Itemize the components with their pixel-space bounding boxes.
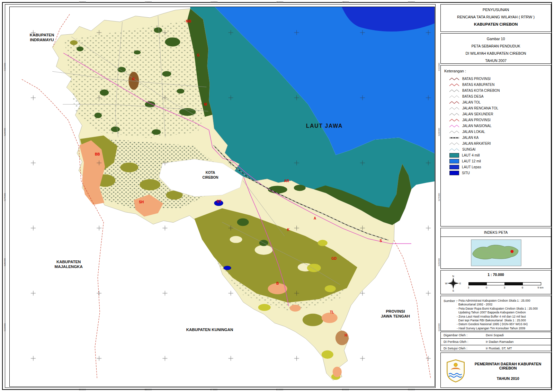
legend-color-swatch [449, 159, 459, 163]
sea-name-label: LAUT JAWA [306, 123, 343, 129]
map-frame: KABUPATENINDRAMAYUKABUPATENMAJALENGKAKAB… [5, 4, 436, 388]
index-title: INDEKS PETA [441, 228, 551, 237]
frame-tick-label: 9230000 [4, 323, 6, 331]
sumber-line: - Datum Geodesi Nasional 1995 ( DGN-95Y … [457, 322, 538, 326]
legend-line-symbol [449, 124, 459, 128]
figure-title: PETA SEBARAN PENDUDUK [441, 44, 551, 48]
index-map-canvas [465, 239, 527, 266]
legend-item: JALAN RENCANA TOL [441, 105, 551, 111]
frame-tick-label: 9290000 [438, 128, 440, 136]
frame-tick-label: 220000 [145, 389, 152, 391]
legend-color-swatch [449, 171, 459, 175]
frame-tick-label: 280000 [342, 389, 349, 391]
scalebar-tick-label: 0 [486, 286, 487, 289]
map-code-label: S [380, 239, 382, 243]
legend-item: LAUT 4 mill [441, 152, 551, 158]
map-region-label: KABUPATEN KUNINGAN [186, 328, 233, 332]
sumber-block: Sumber : - Peta Administrasi Kabupaten C… [440, 296, 551, 331]
map-code-label: A [314, 216, 316, 220]
credit-row: Digambar Oleh :Deni Sopadi [441, 332, 551, 339]
sumber-line: Dari tepi Pantai RBI Bakosurtanal Skala … [457, 319, 538, 322]
frame-tick-label: 9290000 [4, 128, 6, 136]
legend-line-symbol [449, 89, 459, 93]
map-code-label: TL [330, 310, 334, 314]
map-code-label: K [287, 228, 290, 232]
frame-tick-label: 9310000 [4, 63, 6, 71]
map-code-label: B [276, 282, 279, 285]
legend-color-swatch [449, 153, 459, 158]
legend-line-symbol [449, 130, 459, 134]
map-code-label: SH [139, 200, 144, 204]
legend-item: JALAN SEKUNDER [441, 111, 551, 117]
legend-item: BATAS DESA [441, 93, 551, 99]
title-line-1: PENYUSUNAN [441, 8, 551, 12]
sumber-line: - Hasil Survey Lapangan Tim Konsultan Ta… [457, 327, 538, 330]
frame-tick-label: 280000 [342, 1, 349, 3]
map-code-label: MB [186, 19, 191, 23]
legend-line-symbol [449, 148, 459, 152]
scalebar-tick-label: 3 [468, 286, 469, 289]
frame-tick-label: 240000 [211, 389, 217, 391]
footer-year: TAHUN 2010 [470, 376, 546, 381]
index-highlight-cirebon [510, 250, 513, 253]
title-block: PENYUSUNAN RENCANA TATA RUANG WILAYAH ( … [440, 4, 551, 32]
credits-block: Digambar Oleh :Deni SopadiDi Periksa Ole… [440, 332, 551, 351]
sumber-heading: Sumber : [444, 299, 457, 303]
legend-item: BATAS PROVINSI [441, 76, 551, 82]
legend-line-symbol [449, 118, 459, 122]
title-line-2: RENCANA TATA RUANG WILAYAH ( RTRW ) [441, 15, 551, 19]
footer-block: PEMERINTAH DAERAH KABUPATEN CIREBON TAHU… [440, 353, 551, 388]
map-code-label: R [132, 77, 135, 81]
scale-bar: 30369 km [467, 282, 547, 290]
sumber-line: - Peta Dasar Rupa Bumi Kabupaten Cirebon… [457, 307, 538, 311]
figure-year: TAHUN 2007 [441, 59, 551, 63]
figure-subtitle: DI WILAYAH KABUPATEN CIREBON [441, 51, 551, 55]
legend-line-symbol [449, 95, 459, 99]
map-sheet: KABUPATENINDRAMAYUKABUPATENMAJALENGKAKAB… [0, 0, 554, 392]
compass-w: W [445, 282, 447, 285]
sumber-line: - Zona Laut Hasil Analisa Buffer 4 mil d… [457, 315, 538, 319]
credit-row: Di Setujui Oleh :Ir Rustiati, ST, MT [441, 345, 551, 351]
legend-line-symbol [449, 112, 459, 116]
legend-item: JALAN TOL [441, 99, 551, 105]
credit-row: Di Periksa Oleh :Ir Dadan Ramadan [441, 339, 551, 345]
figure-number: Gambar 10 [441, 37, 551, 41]
legend-item: SITU [441, 170, 551, 176]
frame-tick-label: 300000 [408, 389, 415, 391]
legend-fill-items: LAUT 4 millLAUT 12 milLAUT LepasSITU [441, 152, 551, 176]
index-map [465, 239, 527, 266]
compass-n: N [452, 275, 454, 278]
legend-item: JALAN LOKAL [441, 129, 551, 135]
legend-item: BATAS KABUPATEN [441, 82, 551, 88]
legend-item: JALAN PROVINSI [441, 117, 551, 123]
legend-item: SUNGAI [441, 146, 551, 152]
frame-tick-label: 300000 [408, 1, 415, 3]
map-code-label: GT [217, 199, 222, 203]
legend-item: LAUT Lepas [441, 164, 551, 170]
frame-tick-label: 220000 [145, 1, 152, 3]
frame-tick-label: 260000 [276, 389, 283, 391]
compass-rose: N S E W [445, 274, 462, 293]
index-peta: INDEKS PETA [440, 228, 551, 269]
map-code-label: BB [95, 152, 100, 156]
title-line-3: KABUPATEN CIREBON [441, 22, 551, 26]
map-code-label: H [345, 333, 347, 337]
frame-tick-label: 9250000 [438, 258, 440, 266]
scalebar-tick-label: 9 km [537, 286, 543, 289]
scalebar-tick-label: 3 [504, 286, 505, 289]
legend: Keterangan : BATAS PROVINSIBATAS KABUPAT… [440, 65, 551, 226]
legend-color-swatch [449, 165, 459, 169]
legend-line-symbol [449, 142, 459, 146]
frame-tick-label: 9250000 [4, 258, 6, 266]
legend-line-symbol [449, 100, 459, 105]
scale-block: 1 : 70.000 N S E W 30369 km [440, 270, 551, 294]
frame-tick-label: 240000 [211, 1, 217, 3]
legend-line-items: BATAS PROVINSIBATAS KABUPATENBATAS KOTA … [441, 76, 551, 152]
cirebon-crest-logo [446, 359, 466, 383]
legend-item: JALAN KA [441, 135, 551, 141]
scalebar-tick-label: 6 [522, 286, 523, 289]
frame-tick-label: 200000 [79, 389, 86, 391]
legend-line-symbol [449, 106, 459, 110]
map-code-label: AR [284, 179, 289, 183]
sumber-line: Updating Tahun 2007 Bappeda Kabupaten Ci… [457, 311, 538, 314]
